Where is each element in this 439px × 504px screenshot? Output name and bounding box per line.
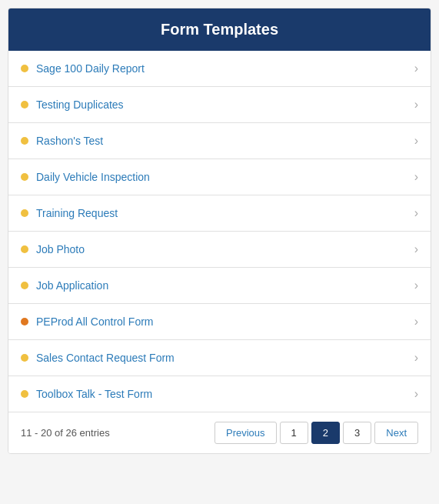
- item-label: Daily Vehicle Inspection: [36, 171, 150, 183]
- item-label: PEProd All Control Form: [36, 315, 154, 328]
- item-label: Job Application: [36, 279, 108, 292]
- chevron-right-icon: ›: [414, 134, 418, 148]
- status-dot: [21, 245, 28, 253]
- item-left: Sales Contact Request Form: [21, 352, 175, 364]
- item-label: Sage 100 Daily Report: [36, 62, 145, 75]
- pagination: Previous123Next: [215, 422, 418, 444]
- chevron-right-icon: ›: [414, 387, 418, 401]
- footer: 11 - 20 of 26 entries Previous123Next: [8, 412, 431, 453]
- chevron-right-icon: ›: [414, 206, 418, 220]
- status-dot: [21, 318, 28, 325]
- main-container: Form Templates Sage 100 Daily Report›Tes…: [8, 8, 431, 454]
- item-left: Job Application: [21, 279, 108, 292]
- item-label: Training Request: [36, 207, 118, 219]
- item-label: Testing Duplicates: [36, 98, 124, 111]
- status-dot: [21, 137, 28, 145]
- page-number-button[interactable]: 3: [343, 422, 371, 444]
- item-left: PEProd All Control Form: [21, 315, 154, 328]
- item-left: Daily Vehicle Inspection: [21, 171, 150, 183]
- page-number-button[interactable]: 1: [280, 422, 308, 444]
- list-item[interactable]: Sage 100 Daily Report›: [8, 51, 431, 87]
- item-left: Rashon's Test: [21, 135, 103, 147]
- page-header: Form Templates: [8, 8, 431, 51]
- status-dot: [21, 101, 28, 108]
- item-label: Job Photo: [36, 243, 85, 255]
- chevron-right-icon: ›: [414, 279, 418, 292]
- chevron-right-icon: ›: [414, 62, 418, 75]
- next-button[interactable]: Next: [374, 422, 418, 444]
- template-list: Sage 100 Daily Report›Testing Duplicates…: [8, 51, 431, 412]
- page-number-button[interactable]: 2: [311, 422, 340, 444]
- item-left: Toolbox Talk - Test Form: [21, 388, 152, 400]
- status-dot: [21, 65, 28, 72]
- list-item[interactable]: Job Photo›: [8, 232, 431, 268]
- chevron-right-icon: ›: [414, 98, 418, 112]
- list-item[interactable]: Daily Vehicle Inspection›: [8, 159, 431, 195]
- list-item[interactable]: Testing Duplicates›: [8, 87, 431, 123]
- item-left: Job Photo: [21, 243, 85, 255]
- list-item[interactable]: Job Application›: [8, 268, 431, 304]
- list-item[interactable]: Toolbox Talk - Test Form›: [8, 376, 431, 412]
- previous-button[interactable]: Previous: [215, 422, 277, 444]
- status-dot: [21, 209, 28, 217]
- list-item[interactable]: Rashon's Test›: [8, 123, 431, 159]
- page-title: Form Templates: [161, 21, 278, 38]
- list-item[interactable]: PEProd All Control Form›: [8, 304, 431, 340]
- item-left: Sage 100 Daily Report: [21, 62, 145, 75]
- item-label: Rashon's Test: [36, 135, 103, 147]
- list-item[interactable]: Training Request›: [8, 195, 431, 232]
- chevron-right-icon: ›: [414, 315, 418, 329]
- item-label: Toolbox Talk - Test Form: [36, 388, 152, 400]
- status-dot: [21, 354, 28, 362]
- entries-info: 11 - 20 of 26 entries: [21, 427, 110, 439]
- status-dot: [21, 282, 28, 289]
- chevron-right-icon: ›: [414, 170, 418, 184]
- chevron-right-icon: ›: [414, 242, 418, 256]
- list-item[interactable]: Sales Contact Request Form›: [8, 340, 431, 376]
- status-dot: [21, 173, 28, 181]
- item-left: Training Request: [21, 207, 118, 219]
- chevron-right-icon: ›: [414, 351, 418, 365]
- item-label: Sales Contact Request Form: [36, 352, 175, 364]
- status-dot: [21, 390, 28, 398]
- item-left: Testing Duplicates: [21, 98, 124, 111]
